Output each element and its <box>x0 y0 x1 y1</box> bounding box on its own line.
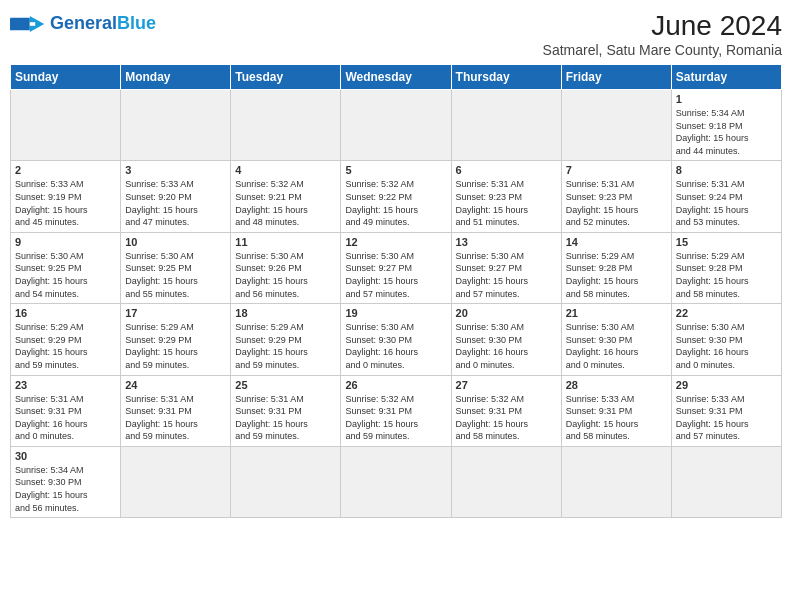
day-number: 18 <box>235 307 336 319</box>
day-info: Sunrise: 5:30 AM Sunset: 9:25 PM Dayligh… <box>125 250 226 300</box>
calendar-cell: 30Sunrise: 5:34 AM Sunset: 9:30 PM Dayli… <box>11 446 121 517</box>
day-info: Sunrise: 5:30 AM Sunset: 9:27 PM Dayligh… <box>456 250 557 300</box>
day-number: 7 <box>566 164 667 176</box>
calendar-cell: 27Sunrise: 5:32 AM Sunset: 9:31 PM Dayli… <box>451 375 561 446</box>
day-number: 27 <box>456 379 557 391</box>
day-info: Sunrise: 5:33 AM Sunset: 9:19 PM Dayligh… <box>15 178 116 228</box>
day-number: 23 <box>15 379 116 391</box>
day-number: 17 <box>125 307 226 319</box>
day-info: Sunrise: 5:32 AM Sunset: 9:31 PM Dayligh… <box>345 393 446 443</box>
calendar-cell: 11Sunrise: 5:30 AM Sunset: 9:26 PM Dayli… <box>231 232 341 303</box>
day-info: Sunrise: 5:33 AM Sunset: 9:31 PM Dayligh… <box>566 393 667 443</box>
day-info: Sunrise: 5:32 AM Sunset: 9:31 PM Dayligh… <box>456 393 557 443</box>
calendar-cell <box>231 90 341 161</box>
day-number: 4 <box>235 164 336 176</box>
day-number: 28 <box>566 379 667 391</box>
calendar-cell: 16Sunrise: 5:29 AM Sunset: 9:29 PM Dayli… <box>11 304 121 375</box>
calendar-cell: 6Sunrise: 5:31 AM Sunset: 9:23 PM Daylig… <box>451 161 561 232</box>
calendar-cell <box>121 446 231 517</box>
calendar-row: 2Sunrise: 5:33 AM Sunset: 9:19 PM Daylig… <box>11 161 782 232</box>
day-number: 21 <box>566 307 667 319</box>
calendar-cell: 19Sunrise: 5:30 AM Sunset: 9:30 PM Dayli… <box>341 304 451 375</box>
logo: GeneralBlue <box>10 10 156 38</box>
header-tuesday: Tuesday <box>231 65 341 90</box>
header-friday: Friday <box>561 65 671 90</box>
day-info: Sunrise: 5:29 AM Sunset: 9:29 PM Dayligh… <box>235 321 336 371</box>
header-wednesday: Wednesday <box>341 65 451 90</box>
day-info: Sunrise: 5:31 AM Sunset: 9:31 PM Dayligh… <box>15 393 116 443</box>
calendar-cell <box>11 90 121 161</box>
calendar-cell <box>341 90 451 161</box>
calendar-cell: 2Sunrise: 5:33 AM Sunset: 9:19 PM Daylig… <box>11 161 121 232</box>
day-info: Sunrise: 5:30 AM Sunset: 9:30 PM Dayligh… <box>676 321 777 371</box>
day-number: 6 <box>456 164 557 176</box>
calendar-cell <box>561 90 671 161</box>
calendar-row: 1Sunrise: 5:34 AM Sunset: 9:18 PM Daylig… <box>11 90 782 161</box>
day-number: 10 <box>125 236 226 248</box>
logo-general: General <box>50 13 117 33</box>
header-sunday: Sunday <box>11 65 121 90</box>
day-info: Sunrise: 5:29 AM Sunset: 9:29 PM Dayligh… <box>15 321 116 371</box>
header-monday: Monday <box>121 65 231 90</box>
calendar-row: 16Sunrise: 5:29 AM Sunset: 9:29 PM Dayli… <box>11 304 782 375</box>
calendar-cell: 18Sunrise: 5:29 AM Sunset: 9:29 PM Dayli… <box>231 304 341 375</box>
calendar-cell <box>671 446 781 517</box>
day-info: Sunrise: 5:32 AM Sunset: 9:22 PM Dayligh… <box>345 178 446 228</box>
day-number: 26 <box>345 379 446 391</box>
day-number: 29 <box>676 379 777 391</box>
day-number: 19 <box>345 307 446 319</box>
calendar-cell: 22Sunrise: 5:30 AM Sunset: 9:30 PM Dayli… <box>671 304 781 375</box>
calendar-cell: 4Sunrise: 5:32 AM Sunset: 9:21 PM Daylig… <box>231 161 341 232</box>
calendar-cell <box>451 90 561 161</box>
calendar-cell: 12Sunrise: 5:30 AM Sunset: 9:27 PM Dayli… <box>341 232 451 303</box>
title-area: June 2024 Satmarel, Satu Mare County, Ro… <box>543 10 782 58</box>
day-number: 14 <box>566 236 667 248</box>
calendar-cell: 3Sunrise: 5:33 AM Sunset: 9:20 PM Daylig… <box>121 161 231 232</box>
calendar-table: Sunday Monday Tuesday Wednesday Thursday… <box>10 64 782 518</box>
day-info: Sunrise: 5:32 AM Sunset: 9:21 PM Dayligh… <box>235 178 336 228</box>
day-info: Sunrise: 5:30 AM Sunset: 9:30 PM Dayligh… <box>566 321 667 371</box>
day-number: 8 <box>676 164 777 176</box>
calendar-cell: 1Sunrise: 5:34 AM Sunset: 9:18 PM Daylig… <box>671 90 781 161</box>
calendar-header-row: Sunday Monday Tuesday Wednesday Thursday… <box>11 65 782 90</box>
day-info: Sunrise: 5:29 AM Sunset: 9:28 PM Dayligh… <box>566 250 667 300</box>
calendar-cell: 15Sunrise: 5:29 AM Sunset: 9:28 PM Dayli… <box>671 232 781 303</box>
day-number: 5 <box>345 164 446 176</box>
calendar-cell: 20Sunrise: 5:30 AM Sunset: 9:30 PM Dayli… <box>451 304 561 375</box>
calendar-cell: 7Sunrise: 5:31 AM Sunset: 9:23 PM Daylig… <box>561 161 671 232</box>
calendar-cell: 21Sunrise: 5:30 AM Sunset: 9:30 PM Dayli… <box>561 304 671 375</box>
day-info: Sunrise: 5:31 AM Sunset: 9:23 PM Dayligh… <box>566 178 667 228</box>
location-title: Satmarel, Satu Mare County, Romania <box>543 42 782 58</box>
day-number: 22 <box>676 307 777 319</box>
day-info: Sunrise: 5:31 AM Sunset: 9:23 PM Dayligh… <box>456 178 557 228</box>
day-info: Sunrise: 5:30 AM Sunset: 9:26 PM Dayligh… <box>235 250 336 300</box>
calendar-cell: 10Sunrise: 5:30 AM Sunset: 9:25 PM Dayli… <box>121 232 231 303</box>
calendar-cell <box>341 446 451 517</box>
day-info: Sunrise: 5:34 AM Sunset: 9:30 PM Dayligh… <box>15 464 116 514</box>
day-number: 1 <box>676 93 777 105</box>
day-number: 24 <box>125 379 226 391</box>
header-area: GeneralBlue June 2024 Satmarel, Satu Mar… <box>10 10 782 58</box>
calendar-cell <box>121 90 231 161</box>
day-number: 20 <box>456 307 557 319</box>
day-number: 16 <box>15 307 116 319</box>
svg-rect-0 <box>10 18 30 31</box>
day-info: Sunrise: 5:30 AM Sunset: 9:30 PM Dayligh… <box>345 321 446 371</box>
day-info: Sunrise: 5:30 AM Sunset: 9:27 PM Dayligh… <box>345 250 446 300</box>
day-number: 25 <box>235 379 336 391</box>
day-info: Sunrise: 5:30 AM Sunset: 9:30 PM Dayligh… <box>456 321 557 371</box>
day-info: Sunrise: 5:33 AM Sunset: 9:20 PM Dayligh… <box>125 178 226 228</box>
day-info: Sunrise: 5:34 AM Sunset: 9:18 PM Dayligh… <box>676 107 777 157</box>
calendar-row: 30Sunrise: 5:34 AM Sunset: 9:30 PM Dayli… <box>11 446 782 517</box>
calendar-cell: 9Sunrise: 5:30 AM Sunset: 9:25 PM Daylig… <box>11 232 121 303</box>
calendar-cell: 14Sunrise: 5:29 AM Sunset: 9:28 PM Dayli… <box>561 232 671 303</box>
calendar-cell: 29Sunrise: 5:33 AM Sunset: 9:31 PM Dayli… <box>671 375 781 446</box>
calendar-cell <box>561 446 671 517</box>
day-info: Sunrise: 5:31 AM Sunset: 9:24 PM Dayligh… <box>676 178 777 228</box>
day-info: Sunrise: 5:31 AM Sunset: 9:31 PM Dayligh… <box>125 393 226 443</box>
day-number: 11 <box>235 236 336 248</box>
day-number: 30 <box>15 450 116 462</box>
calendar-cell: 26Sunrise: 5:32 AM Sunset: 9:31 PM Dayli… <box>341 375 451 446</box>
header-thursday: Thursday <box>451 65 561 90</box>
day-info: Sunrise: 5:29 AM Sunset: 9:29 PM Dayligh… <box>125 321 226 371</box>
